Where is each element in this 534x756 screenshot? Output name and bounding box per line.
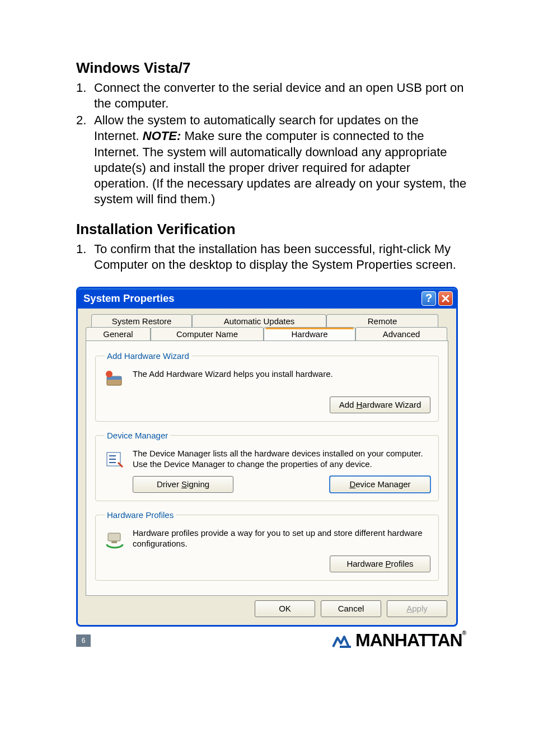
svg-rect-6 — [340, 646, 351, 648]
svg-point-2 — [106, 371, 113, 377]
help-icon: ? — [425, 292, 432, 305]
ok-button[interactable]: OK — [255, 600, 315, 617]
tab-remote[interactable]: Remote — [326, 314, 438, 328]
system-properties-dialog: System Properties ? System Restore Autom… — [76, 287, 458, 627]
hardware-profiles-button[interactable]: Hardware Profiles — [330, 556, 430, 572]
step-number: 2. — [76, 113, 94, 207]
close-icon — [441, 294, 450, 303]
apply-button[interactable]: Apply — [387, 600, 447, 617]
vista-step-1: 1. Connect the converter to the serial d… — [76, 80, 467, 111]
device-manager-group: Device Manager The Device Manager lists … — [95, 431, 439, 501]
step-body: To confirm that the installation has bee… — [94, 241, 467, 273]
add-hardware-wizard-group: Add Hardware Wizard The Add Hardware Wiz… — [95, 351, 439, 422]
close-button[interactable] — [438, 291, 453, 306]
window-title: System Properties — [83, 292, 174, 305]
tab-advanced[interactable]: Advanced — [355, 327, 447, 340]
svg-rect-4 — [108, 533, 120, 541]
hardware-profiles-group: Hardware Profiles Hardware profiles prov… — [95, 510, 439, 581]
heading-verify: Installation Verification — [76, 221, 467, 238]
hardware-wizard-icon — [104, 368, 126, 391]
hardware-tabpanel: Add Hardware Wizard The Add Hardware Wiz… — [86, 340, 448, 596]
heading-vista: Windows Vista/7 — [76, 59, 467, 77]
brand-logo: MANHATTAN® — [332, 630, 466, 651]
step-body: Allow the system to automatically search… — [94, 113, 467, 207]
group-text: Hardware profiles provide a way for you … — [133, 528, 430, 549]
group-text: The Device Manager lists all the hardwar… — [133, 448, 430, 470]
group-legend: Hardware Profiles — [105, 510, 176, 520]
step-number: 1. — [76, 80, 94, 111]
group-text: The Add Hardware Wizard helps you instal… — [133, 368, 430, 380]
verify-steps: 1. To confirm that the installation has … — [76, 241, 467, 273]
group-legend: Add Hardware Wizard — [105, 351, 191, 361]
device-manager-icon — [104, 448, 126, 470]
hardware-profiles-icon — [104, 528, 126, 550]
device-manager-button[interactable]: Device Manager — [330, 476, 430, 493]
tab-computer-name[interactable]: Computer Name — [151, 327, 264, 340]
group-legend: Device Manager — [105, 431, 170, 440]
cancel-button[interactable]: Cancel — [321, 600, 381, 617]
tab-system-restore[interactable]: System Restore — [91, 314, 192, 328]
verify-step-1: 1. To confirm that the installation has … — [76, 241, 467, 273]
tab-hardware[interactable]: Hardware — [264, 327, 355, 340]
vista-step-2: 2. Allow the system to automatically sea… — [76, 113, 467, 207]
help-button[interactable]: ? — [421, 291, 436, 306]
step-body: Connect the converter to the serial devi… — [94, 80, 467, 111]
vista-steps: 1. Connect the converter to the serial d… — [76, 80, 467, 207]
svg-rect-5 — [111, 541, 117, 543]
titlebar[interactable]: System Properties ? — [78, 288, 456, 309]
tab-general[interactable]: General — [86, 327, 151, 340]
note-label: NOTE: — [143, 129, 181, 143]
brand-name: MANHATTAN® — [355, 630, 466, 651]
driver-signing-button[interactable]: Driver Signing — [133, 476, 233, 493]
add-hardware-wizard-button[interactable]: Add Hardware Wizard — [330, 396, 430, 413]
page-number: 6 — [76, 634, 91, 647]
tab-automatic-updates[interactable]: Automatic Updates — [192, 314, 326, 328]
manhattan-icon — [332, 632, 352, 649]
step-number: 1. — [76, 241, 94, 273]
